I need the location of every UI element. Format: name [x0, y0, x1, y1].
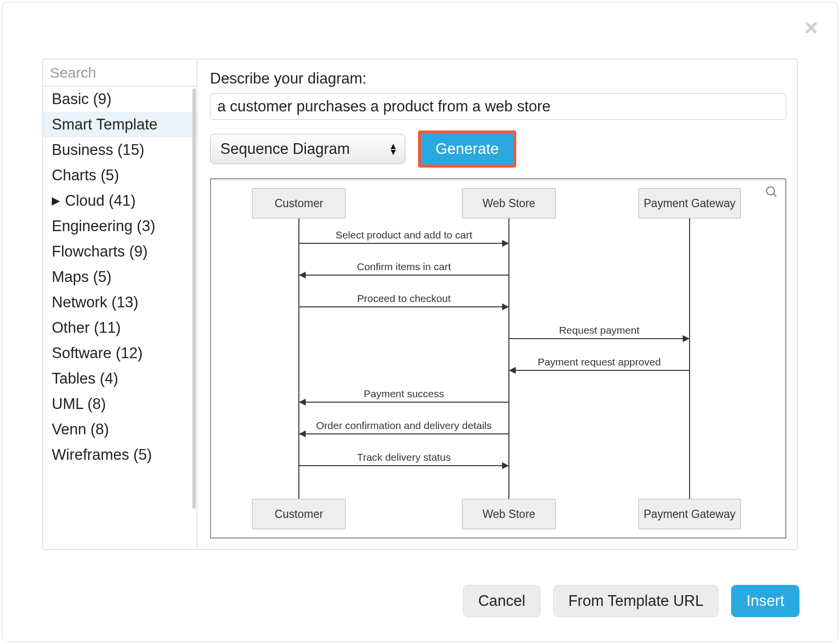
close-icon[interactable]: ×: [804, 16, 818, 40]
lifeline-box: Customer: [252, 188, 346, 218]
message-label: Confirm items in cart: [299, 261, 509, 273]
message-arrow: [299, 243, 509, 244]
describe-label: Describe your diagram:: [210, 70, 786, 87]
arrow-head-icon: [502, 240, 509, 247]
sidebar-item[interactable]: Wireframes (5): [43, 442, 197, 468]
arrow-head-icon: [502, 462, 509, 469]
generate-button[interactable]: Generate: [421, 133, 513, 165]
sidebar-item[interactable]: Maps (5): [43, 264, 197, 290]
sidebar-item[interactable]: Other (11): [43, 315, 197, 341]
message-arrow: [509, 338, 690, 339]
sidebar-scrollbar-thumb[interactable]: [192, 88, 196, 509]
sidebar-item-label: Cloud (41): [65, 192, 136, 210]
lifeline-box: Customer: [252, 499, 346, 529]
sidebar-item-label: Other (11): [52, 319, 121, 337]
sidebar-item[interactable]: Smart Template: [43, 112, 197, 137]
chevron-right-icon: ▶: [52, 195, 60, 206]
message-label: Order confirmation and delivery details: [299, 420, 509, 431]
sidebar-item-label: Basic (9): [52, 90, 111, 108]
diagram-preview: CustomerCustomerWeb StoreWeb StorePaymen…: [210, 178, 786, 538]
sidebar-item-label: Software (12): [52, 344, 143, 362]
arrow-head-icon: [683, 335, 690, 342]
dialog-frame: × Basic (9)Smart TemplateBusiness (15)Ch…: [2, 2, 838, 642]
arrow-head-icon: [299, 272, 306, 279]
sidebar-item-label: Business (15): [52, 141, 145, 159]
generate-highlight: Generate: [418, 130, 516, 168]
sidebar-item[interactable]: Business (15): [43, 137, 197, 163]
sidebar-item-label: Tables (4): [52, 370, 118, 387]
sidebar-item[interactable]: ▶Cloud (41): [43, 188, 197, 214]
sidebar-scrollbar[interactable]: [192, 88, 197, 538]
sidebar-item-label: Charts (5): [52, 167, 119, 184]
message-label: Payment success: [299, 388, 509, 400]
arrow-head-icon: [299, 399, 306, 406]
sidebar: Basic (9)Smart TemplateBusiness (15)Char…: [43, 59, 197, 549]
message-arrow: [299, 402, 509, 403]
sidebar-item[interactable]: Engineering (3): [43, 214, 197, 239]
content-area: Basic (9)Smart TemplateBusiness (15)Char…: [42, 59, 798, 550]
sidebar-item-label: Smart Template: [52, 116, 158, 133]
sidebar-item[interactable]: Basic (9): [43, 86, 197, 112]
describe-input[interactable]: [210, 93, 786, 120]
sidebar-item[interactable]: Software (12): [43, 341, 197, 366]
diagram-type-value: Sequence Diagram: [220, 140, 350, 158]
sidebar-item[interactable]: Flowcharts (9): [43, 239, 197, 264]
sidebar-item[interactable]: Network (13): [43, 290, 197, 315]
arrow-head-icon: [299, 430, 306, 437]
sidebar-item-label: Network (13): [52, 294, 138, 311]
message-label: Track delivery status: [299, 451, 509, 463]
sidebar-item-label: Venn (8): [52, 421, 109, 438]
arrow-head-icon: [509, 367, 516, 374]
sidebar-item-label: UML (8): [52, 395, 106, 413]
lifeline-box: Web Store: [462, 188, 556, 218]
search-row: [43, 59, 197, 86]
select-arrows-icon: ▲▼: [389, 143, 397, 155]
lifeline-box: Payment Gateway: [638, 499, 741, 529]
message-arrow: [299, 465, 509, 466]
arrow-head-icon: [502, 303, 509, 310]
category-list: Basic (9)Smart TemplateBusiness (15)Char…: [43, 86, 197, 549]
diagram-type-select[interactable]: Sequence Diagram ▲▼: [210, 134, 405, 164]
message-arrow: [509, 370, 690, 371]
from-template-url-button[interactable]: From Template URL: [553, 585, 719, 617]
sidebar-item[interactable]: Charts (5): [43, 163, 197, 188]
message-arrow: [299, 275, 509, 276]
sidebar-item-label: Wireframes (5): [52, 446, 152, 464]
message-label: Payment request approved: [509, 356, 690, 368]
cancel-button[interactable]: Cancel: [463, 585, 541, 617]
sidebar-item[interactable]: Venn (8): [43, 417, 197, 442]
sidebar-item[interactable]: UML (8): [43, 391, 197, 417]
sidebar-item-label: Maps (5): [52, 268, 111, 286]
message-arrow: [299, 306, 509, 307]
message-label: Proceed to checkout: [299, 293, 509, 304]
message-label: Request payment: [509, 324, 690, 336]
sidebar-item[interactable]: Tables (4): [43, 366, 197, 391]
sidebar-item-label: Engineering (3): [52, 217, 155, 235]
insert-button[interactable]: Insert: [731, 585, 799, 617]
lifeline-box: Web Store: [462, 499, 556, 529]
controls-row: Sequence Diagram ▲▼ Generate: [210, 130, 786, 168]
message-arrow: [299, 433, 509, 434]
sequence-diagram: CustomerCustomerWeb StoreWeb StorePaymen…: [211, 179, 785, 537]
message-label: Select product and add to cart: [299, 229, 509, 241]
main-panel: Describe your diagram: Sequence Diagram …: [197, 59, 797, 549]
dialog-footer: Cancel From Template URL Insert: [463, 585, 799, 617]
sidebar-item-label: Flowcharts (9): [52, 243, 147, 260]
lifeline-box: Payment Gateway: [638, 188, 741, 218]
search-input[interactable]: [49, 64, 197, 82]
